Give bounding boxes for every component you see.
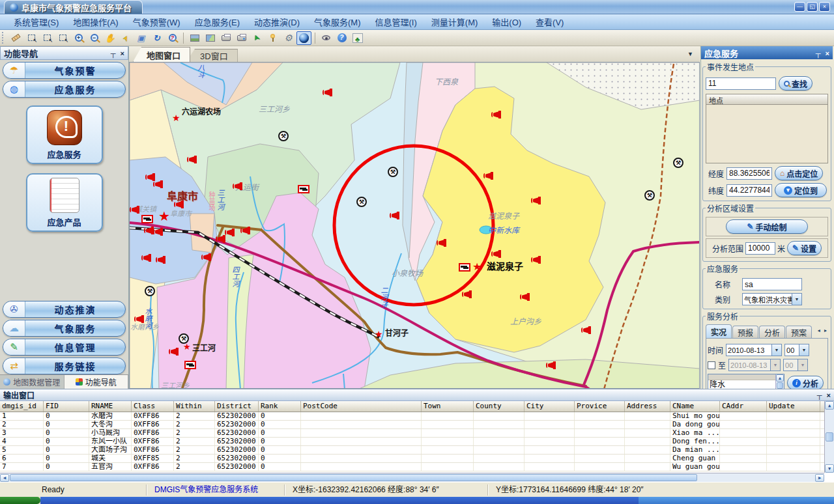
restore-button[interactable]: ◱ (807, 2, 818, 12)
print-preview-button[interactable] (234, 31, 249, 45)
column-header-RNAME[interactable]: RNAME (89, 401, 132, 412)
select-rect-button[interactable] (40, 31, 55, 45)
close-icon[interactable]: × (121, 49, 124, 57)
sidebar-item-top-1[interactable]: ◍应急服务 (3, 81, 126, 98)
table-row[interactable]: 10水磨沟0XFF8626523020000Shui mo gou (0, 412, 834, 421)
column-header-Address[interactable]: Address (625, 401, 670, 412)
scroll-thumb[interactable] (777, 382, 783, 389)
select-point-button[interactable] (55, 31, 70, 45)
table-row[interactable]: 70五官沟0XFF8626523020000Wu guan gou (0, 463, 834, 471)
location-search-input[interactable] (706, 77, 776, 90)
range-set-button[interactable]: ✎设置 (787, 241, 822, 255)
emergency-service-button[interactable]: 应急服务 (26, 105, 103, 164)
table-row[interactable]: 50大面场子沟0XFF8626523020000Da mian ... (0, 446, 834, 455)
analysis-tab-4[interactable]: 预案 (786, 326, 812, 338)
sidebar-item-bottom-1[interactable]: ☁气象服务 (3, 320, 126, 337)
pointer-button[interactable] (118, 31, 133, 45)
globe-tool-button[interactable] (296, 31, 311, 45)
help-button[interactable] (334, 31, 349, 45)
select-polygon-button[interactable] (24, 31, 39, 45)
map-export-button[interactable] (203, 31, 218, 45)
menu-item-1[interactable]: 系统管理(S) (7, 14, 66, 30)
menu-item-2[interactable]: 地图操作(A) (66, 14, 125, 30)
close-icon[interactable]: × (827, 391, 831, 399)
settings-gear-button[interactable] (281, 31, 296, 45)
scroll-up-icon[interactable]: ▲ (825, 401, 834, 410)
date-select[interactable]: 2010-08-13▼ (726, 344, 782, 356)
green-pointer-button[interactable] (250, 31, 265, 45)
print-button[interactable] (218, 31, 233, 45)
menu-item-4[interactable]: 应急服务(E) (188, 14, 247, 30)
zoom-query-button[interactable] (165, 31, 180, 45)
sidebar-item-bottom-3[interactable]: ⇄服务链接 (3, 357, 126, 374)
column-header-dmgis_id[interactable]: dmgis_id (0, 401, 44, 412)
map-canvas[interactable]: 八斗六运湖农场三工河乡下西泉九运街阜康市城关镇阜康市种苗场三工河滋泥泉子滋泥泉子… (129, 62, 700, 389)
pin-icon[interactable]: ┬ (111, 49, 116, 57)
emergency-product-button[interactable]: 应急产品 (26, 173, 103, 232)
hour-select[interactable]: 00▼ (784, 344, 809, 356)
tab-list-dropdown-icon[interactable]: ▼ (687, 51, 693, 57)
menu-item-10[interactable]: 查看(V) (528, 14, 571, 30)
list-item[interactable]: 降水 (708, 380, 784, 389)
column-header-CAddr[interactable]: CAddr (720, 401, 767, 412)
table-row[interactable]: 60城关0XFF8526523020000Cheng guan (0, 455, 834, 463)
scroll-thumb[interactable] (10, 474, 697, 481)
pan-hand-button[interactable] (102, 31, 117, 45)
menu-item-6[interactable]: 气象服务(M) (307, 14, 368, 30)
scroll-up-icon[interactable]: ▲ (776, 374, 784, 382)
search-button[interactable]: 查找 (779, 76, 812, 91)
tab-scroll-arrows[interactable]: ◂ ▸ (818, 328, 828, 333)
sidebar-item-bottom-2[interactable]: ✎信息管理 (3, 339, 126, 356)
menu-item-8[interactable]: 测量计算(M) (424, 14, 485, 30)
menu-item-5[interactable]: 动态推演(D) (247, 14, 307, 30)
pin-icon[interactable]: ┬ (816, 49, 821, 57)
to-checkbox[interactable] (708, 361, 715, 369)
refresh-button[interactable] (149, 31, 164, 45)
map-tab-2[interactable]: 3D窗口 (186, 49, 238, 62)
vertical-scrollbar[interactable]: ▲▼ (824, 401, 834, 473)
left-tab-1[interactable]: 地图数据管理 (0, 375, 65, 389)
pin-icon[interactable]: ┬ (817, 391, 822, 399)
legend-tree-button[interactable] (350, 31, 365, 45)
placemark-button[interactable] (265, 31, 280, 45)
minimize-button[interactable]: — (794, 2, 805, 12)
locate-to-button[interactable]: ▼定位到 (775, 183, 827, 197)
analysis-tab-3[interactable]: 分析 (759, 326, 785, 338)
column-header-Update[interactable]: Update (767, 401, 820, 412)
analysis-tab-2[interactable]: 预报 (732, 326, 758, 338)
column-header-Town[interactable]: Town (422, 401, 474, 412)
click-locate-button[interactable]: ⌂点击定位 (775, 166, 823, 180)
image-export-button[interactable] (187, 31, 202, 45)
analysis-range-input[interactable] (745, 242, 775, 255)
close-button[interactable]: × (819, 2, 830, 12)
start-button-edge[interactable] (0, 497, 40, 504)
scroll-thumb[interactable] (826, 432, 833, 441)
latitude-field[interactable] (726, 184, 772, 197)
menu-item-9[interactable]: 输出(O) (485, 14, 528, 30)
manual-draw-button[interactable]: ✎手动绘制 (726, 219, 808, 234)
longitude-field[interactable] (726, 167, 772, 180)
column-header-Within[interactable]: Within (174, 401, 215, 412)
scroll-down-icon[interactable]: ▼ (825, 464, 834, 473)
column-header-PostCode[interactable]: PostCode (301, 401, 422, 412)
column-header-FID[interactable]: FID (44, 401, 89, 412)
location-list[interactable] (706, 105, 828, 163)
table-row[interactable]: 30小马厩沟0XFF8626523020000Xiao ma ... (0, 429, 834, 438)
menu-item-3[interactable]: 气象预警(W) (126, 14, 188, 30)
scroll-right-icon[interactable]: ▶ (815, 474, 824, 482)
sidebar-item-top-0[interactable]: ☂气象预警 (3, 62, 126, 79)
column-header-CName[interactable]: CName (670, 401, 720, 412)
close-icon[interactable]: × (826, 49, 829, 57)
column-header-Rank[interactable]: Rank (259, 401, 301, 412)
service-name-input[interactable] (742, 278, 802, 290)
zoom-out-button[interactable] (87, 31, 102, 45)
map-tab-1[interactable]: 地图窗口 (133, 47, 190, 62)
sidebar-item-bottom-0[interactable]: ✇动态推演 (3, 301, 126, 318)
listbox-scrollbar[interactable]: ▲▼ (775, 374, 784, 389)
zoom-in-button[interactable] (71, 31, 86, 45)
analysis-tab-1[interactable]: 实况 (706, 324, 732, 338)
horizontal-scrollbar[interactable]: ◀▶ (0, 473, 824, 482)
column-header-Provice[interactable]: Provice (575, 401, 625, 412)
service-type-select[interactable]: 气象和洪水灾害▼ (742, 293, 802, 305)
table-row[interactable]: 40东风一小队0XFF8626523020000Dong fen... (0, 438, 834, 446)
